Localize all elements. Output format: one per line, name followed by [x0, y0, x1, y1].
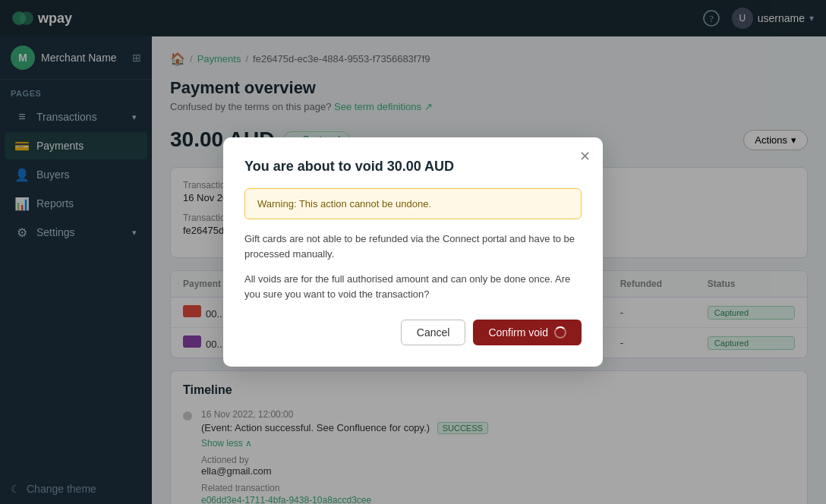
confirm-void-label: Confirm void [488, 326, 548, 339]
modal-text2: All voids are for the full authorised am… [244, 272, 582, 301]
loading-spinner [554, 326, 566, 339]
confirm-void-button[interactable]: Confirm void [473, 320, 582, 345]
warning-box: Warning: This action cannot be undone. [244, 188, 582, 219]
cancel-button[interactable]: Cancel [401, 320, 466, 345]
modal-text1: Gift cards are not able to be refunded v… [244, 232, 582, 261]
modal-actions: Cancel Confirm void [244, 320, 582, 345]
modal-overlay: ✕ You are about to void 30.00 AUD Warnin… [0, 0, 826, 504]
void-modal: ✕ You are about to void 30.00 AUD Warnin… [223, 137, 603, 367]
modal-close-button[interactable]: ✕ [579, 150, 591, 163]
modal-title: You are about to void 30.00 AUD [244, 159, 582, 175]
